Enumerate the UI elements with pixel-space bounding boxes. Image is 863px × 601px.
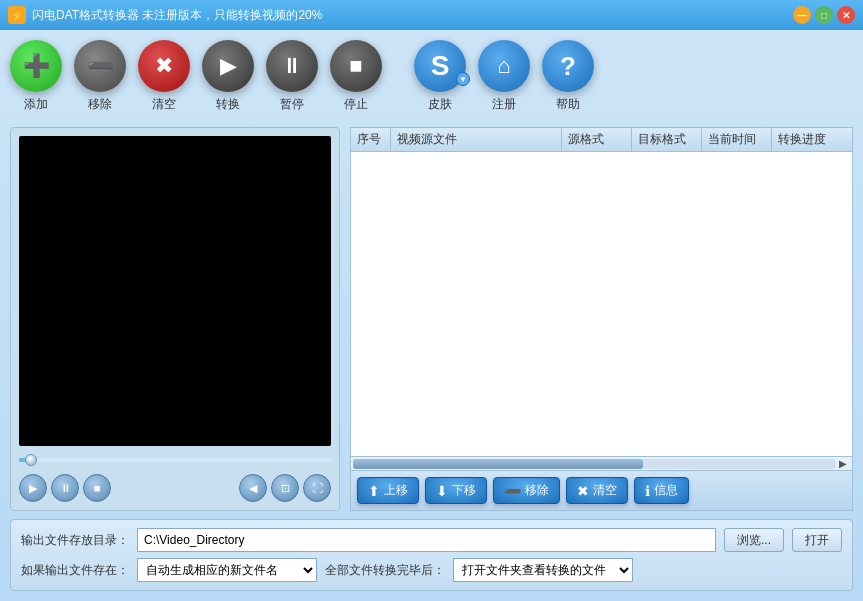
remove-label: 移除 [88, 96, 112, 113]
horizontal-scrollbar[interactable]: ▶ [351, 456, 852, 470]
hscroll-track[interactable] [353, 459, 836, 469]
register-button[interactable]: ⌂ 注册 [478, 40, 530, 113]
after-select[interactable]: 打开文件夹查看转换的文件 关闭程序 不做任何处理 [453, 558, 633, 582]
info-button[interactable]: ℹ 信息 [634, 477, 689, 504]
col-header-progress: 转换进度 [772, 128, 852, 151]
add-icon: ➕ [10, 40, 62, 92]
remove-icon: ➖ [74, 40, 126, 92]
col-header-filename: 视频源文件 [391, 128, 562, 151]
dir-label: 输出文件存放目录： [21, 532, 129, 549]
video-screen [19, 136, 331, 446]
player-pause-button[interactable]: ⏸ [51, 474, 79, 502]
fullscreen-button[interactable]: ⛶ [303, 474, 331, 502]
screenshot-button[interactable]: ⊡ [271, 474, 299, 502]
file-table-body [351, 152, 852, 456]
hscroll-right-arrow[interactable]: ▶ [836, 457, 850, 471]
file-panel: 序号 视频源文件 源格式 目标格式 当前时间 转换进度 ▶ ⬆ 上移 [350, 127, 853, 511]
content-area: ▶ ⏸ ■ ◀ ⊡ ⛶ 序号 视频源文件 源格式 目标格式 当前时间 转换进度 [10, 127, 853, 511]
file-clear-button[interactable]: ✖ 清空 [566, 477, 628, 504]
file-table-header: 序号 视频源文件 源格式 目标格式 当前时间 转换进度 [351, 128, 852, 152]
exists-select[interactable]: 自动生成相应的新文件名 覆盖原文件 跳过 [137, 558, 317, 582]
stop-icon: ■ [330, 40, 382, 92]
pause-icon: ⏸ [266, 40, 318, 92]
exists-label: 如果输出文件存在： [21, 562, 129, 579]
player-slider[interactable] [19, 452, 331, 468]
help-label: 帮助 [556, 96, 580, 113]
convert-icon: ▶ [202, 40, 254, 92]
skin-button[interactable]: S ▼ 皮肤 [414, 40, 466, 113]
file-remove-label: 移除 [525, 482, 549, 499]
browse-button[interactable]: 浏览... [724, 528, 784, 552]
col-header-dstfmt: 目标格式 [632, 128, 702, 151]
output-panel: 输出文件存放目录： 浏览... 打开 如果输出文件存在： 自动生成相应的新文件名… [10, 519, 853, 591]
minimize-button[interactable]: — [793, 6, 811, 24]
toolbar: ➕ 添加 ➖ 移除 ✖ 清空 ▶ 转换 ⏸ 暂停 ■ 停止 S ▼ 皮肤 [10, 40, 853, 119]
titlebar: ⚡ 闪电DAT格式转换器 未注册版本，只能转换视频的20% — □ ✕ [0, 0, 863, 30]
window-controls: — □ ✕ [793, 6, 855, 24]
pause-button[interactable]: ⏸ 暂停 [266, 40, 318, 113]
open-folder-button[interactable]: 打开 [792, 528, 842, 552]
file-clear-label: 清空 [593, 482, 617, 499]
seek-thumb[interactable] [25, 454, 37, 466]
move-up-button[interactable]: ⬆ 上移 [357, 477, 419, 504]
main-area: ➕ 添加 ➖ 移除 ✖ 清空 ▶ 转换 ⏸ 暂停 ■ 停止 S ▼ 皮肤 [0, 30, 863, 601]
output-options-row: 如果输出文件存在： 自动生成相应的新文件名 覆盖原文件 跳过 全部文件转换完毕后… [21, 558, 842, 582]
move-down-button[interactable]: ⬇ 下移 [425, 477, 487, 504]
skin-icon: S ▼ [414, 40, 466, 92]
info-icon: ℹ [645, 483, 650, 499]
add-label: 添加 [24, 96, 48, 113]
file-remove-icon: ➖ [504, 483, 521, 499]
player-stop-button[interactable]: ■ [83, 474, 111, 502]
convert-label: 转换 [216, 96, 240, 113]
output-path-input[interactable] [137, 528, 716, 552]
pause-label: 暂停 [280, 96, 304, 113]
down-icon: ⬇ [436, 483, 448, 499]
maximize-button[interactable]: □ [815, 6, 833, 24]
volume-button[interactable]: ◀ [239, 474, 267, 502]
file-remove-button[interactable]: ➖ 移除 [493, 477, 560, 504]
add-button[interactable]: ➕ 添加 [10, 40, 62, 113]
help-icon: ? [542, 40, 594, 92]
col-header-srcfmt: 源格式 [562, 128, 632, 151]
seek-track[interactable] [19, 458, 331, 462]
titlebar-title: 闪电DAT格式转换器 未注册版本，只能转换视频的20% [32, 7, 793, 24]
up-icon: ⬆ [368, 483, 380, 499]
help-button[interactable]: ? 帮助 [542, 40, 594, 113]
close-button[interactable]: ✕ [837, 6, 855, 24]
move-up-label: 上移 [384, 482, 408, 499]
skin-label: 皮肤 [428, 96, 452, 113]
hscroll-thumb[interactable] [353, 459, 643, 469]
col-header-seq: 序号 [351, 128, 391, 151]
player-controls: ▶ ⏸ ■ ◀ ⊡ ⛶ [19, 474, 331, 502]
register-label: 注册 [492, 96, 516, 113]
skin-dropdown-arrow: ▼ [456, 72, 470, 86]
info-label: 信息 [654, 482, 678, 499]
app-icon: ⚡ [8, 6, 26, 24]
stop-label: 停止 [344, 96, 368, 113]
remove-button[interactable]: ➖ 移除 [74, 40, 126, 113]
player-panel: ▶ ⏸ ■ ◀ ⊡ ⛶ [10, 127, 340, 511]
play-button[interactable]: ▶ [19, 474, 47, 502]
clear-label: 清空 [152, 96, 176, 113]
file-clear-icon: ✖ [577, 483, 589, 499]
register-icon: ⌂ [478, 40, 530, 92]
col-header-time: 当前时间 [702, 128, 772, 151]
output-dir-row: 输出文件存放目录： 浏览... 打开 [21, 528, 842, 552]
stop-button[interactable]: ■ 停止 [330, 40, 382, 113]
clear-button[interactable]: ✖ 清空 [138, 40, 190, 113]
convert-button[interactable]: ▶ 转换 [202, 40, 254, 113]
file-panel-buttons: ⬆ 上移 ⬇ 下移 ➖ 移除 ✖ 清空 ℹ 信息 [351, 470, 852, 510]
after-label: 全部文件转换完毕后： [325, 562, 445, 579]
move-down-label: 下移 [452, 482, 476, 499]
clear-icon: ✖ [138, 40, 190, 92]
